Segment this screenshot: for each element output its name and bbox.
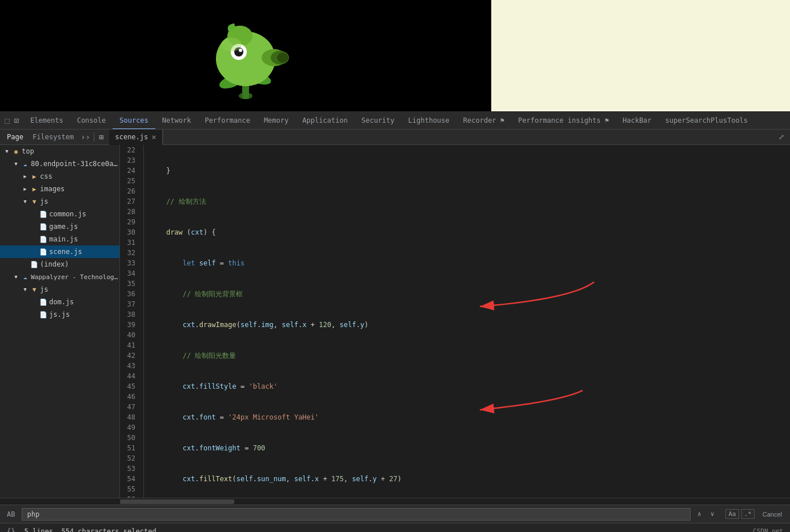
tab-network[interactable]: Network [155, 111, 198, 130]
main-content: ▼ ◉ top ▼ ☁ 80.endpoint-31c8ce0a9bfa421b… [0, 145, 790, 498]
file-icon-jsjs: 📄 [39, 311, 48, 319]
tree-arrow-wappalyzer: ▼ [11, 274, 21, 280]
tree-label-images: images [39, 185, 65, 193]
case-sensitive-icon[interactable]: AB [5, 510, 17, 518]
line-24: draw (cxt) { [150, 227, 790, 237]
tab-memory[interactable]: Memory [257, 111, 295, 130]
tree-arrow-images: ▶ [21, 186, 30, 192]
csdn-watermark: CSDN.net [753, 527, 783, 532]
file-icon-index: 📄 [30, 261, 39, 268]
tree-label-game-js: game.js [48, 223, 78, 231]
line-27: cxt.drawImage(self.img, self.x + 120, se… [150, 320, 790, 330]
tab-elements[interactable]: Elements [23, 111, 70, 130]
tree-item-dom-js[interactable]: 📄 dom.js [0, 296, 119, 308]
more-tabs-icon[interactable]: ›› [78, 132, 93, 142]
close-file-tab[interactable]: × [151, 133, 156, 141]
h-scrollbar-thumb[interactable] [120, 499, 234, 504]
line-numbers: 2223242526 2728293031 3233343536 3738394… [120, 145, 144, 498]
cloud-icon-wappalyzer: ☁ [21, 273, 30, 281]
tab-recorder[interactable]: Recorder ⚑ [456, 111, 511, 130]
regex-btn[interactable]: .* [741, 509, 755, 519]
secondary-toolbar: Page Filesystem ›› ⊞ scene.js × ⤢ [0, 130, 790, 145]
inspect-icon[interactable]: ⬚ [2, 114, 11, 127]
line-29: cxt.fillStyle = 'black' [150, 381, 790, 392]
tree-item-jsjs[interactable]: 📄 js.js [0, 308, 119, 321]
file-tab-name: scene.js [115, 130, 148, 145]
bottom-status-bar: {} 5 lines, 554 characters selected CSDN… [0, 523, 790, 532]
line-25: let self = this [150, 258, 790, 268]
folder-icon-js: ▼ [30, 198, 39, 205]
tree-item-common-js[interactable]: 📄 common.js [0, 208, 119, 220]
svg-point-11 [239, 49, 242, 52]
status-selection-info: 5 lines, 554 characters selected [24, 527, 156, 533]
file-icon-dom: 📄 [39, 299, 48, 306]
tree-label-css: css [39, 172, 53, 180]
tree-label-endpoint: 80.endpoint-31c8ce0a9bfa421bb [30, 160, 119, 168]
code-content[interactable]: 2223242526 2728293031 3233343536 3738394… [120, 145, 790, 498]
folder-icon-images: ▶ [30, 186, 39, 193]
tab-performance[interactable]: Performance [198, 111, 256, 130]
devtools-icons: ⬚ ⊡ [0, 114, 23, 127]
devtools-tabs-bar: ⬚ ⊡ Elements Console Sources Network Per… [0, 111, 790, 130]
tree-label-dom-js: dom.js [48, 298, 74, 306]
tab-security[interactable]: Security [355, 111, 402, 130]
tree-arrow-js: ▼ [21, 199, 30, 204]
tree-label-common-js: common.js [48, 210, 86, 218]
tree-label-top: top [21, 147, 34, 155]
tree-item-wappalyzer[interactable]: ▼ ☁ Wappalyzer - Technology profile [0, 271, 119, 283]
search-up-arrow[interactable]: ∧ [695, 510, 704, 518]
tab-performance-insights[interactable]: Performance insights ⚑ [511, 111, 616, 130]
file-icon-common: 📄 [39, 211, 48, 218]
expand-panel-icon[interactable]: ⤢ [775, 133, 788, 141]
code-editor[interactable]: 2223242526 2728293031 3233343536 3738394… [120, 145, 790, 498]
line-31: cxt.fontWeight = 700 [150, 443, 790, 453]
tree-item-index[interactable]: 📄 (index) [0, 258, 119, 271]
tab-hackbar[interactable]: HackBar [616, 111, 659, 130]
tree-item-images[interactable]: ▶ ▶ images [0, 183, 119, 195]
tree-item-endpoint[interactable]: ▼ ☁ 80.endpoint-31c8ce0a9bfa421bb [0, 158, 119, 170]
preview-area [0, 0, 790, 111]
tab-filesystem[interactable]: Filesystem [28, 130, 78, 145]
tree-item-game-js[interactable]: 📄 game.js [0, 220, 119, 233]
tree-item-main-js[interactable]: 📄 main.js [0, 233, 119, 245]
tab-console[interactable]: Console [70, 111, 113, 130]
line-30: cxt.font = '24px Microsoft YaHei' [150, 412, 790, 422]
tab-page[interactable]: Page [2, 130, 28, 145]
line-23: // 绘制方法 [150, 196, 790, 207]
tree-arrow-css: ▶ [21, 174, 30, 179]
right-panel-preview [491, 0, 790, 111]
tree-label-jsjs: js.js [48, 311, 70, 319]
add-folder-icon[interactable]: ⊞ [95, 132, 107, 142]
search-bottom-input[interactable] [22, 508, 691, 521]
tree-item-wap-js[interactable]: ▼ ▼ js [0, 283, 119, 296]
tree-item-scene-js[interactable]: 📄 scene.js [0, 245, 119, 258]
line-22: } [150, 166, 790, 176]
code-lines[interactable]: } // 绘制方法 draw (cxt) { let self = this /… [144, 145, 790, 498]
search-options: Aa .* [725, 509, 755, 519]
folder-icon-css: ▶ [30, 173, 39, 180]
tab-sources[interactable]: Sources [113, 111, 155, 130]
tab-lighthouse[interactable]: Lighthouse [402, 111, 456, 130]
line-32: cxt.fillText(self.sun_num, self.x + 175,… [150, 474, 790, 484]
tree-item-js-folder[interactable]: ▼ ▼ js [0, 195, 119, 208]
tree-label-wap-js: js [39, 285, 48, 293]
folder-icon-wap-js: ▼ [30, 286, 39, 293]
search-down-arrow[interactable]: ∨ [708, 510, 717, 518]
device-icon[interactable]: ⊡ [11, 114, 21, 127]
cloud-icon-endpoint: ☁ [21, 160, 30, 168]
tree-arrow-endpoint: ▼ [11, 161, 21, 167]
tree-arrow-top: ▼ [2, 148, 11, 154]
tab-supersearch[interactable]: superSearchPlusTools [659, 111, 755, 130]
tree-item-top[interactable]: ▼ ◉ top [0, 145, 119, 158]
tree-label-wappalyzer: Wappalyzer - Technology profile [30, 273, 119, 281]
js-icon: {} [7, 527, 15, 533]
cancel-search-btn[interactable]: Cancel [759, 510, 785, 519]
case-match-btn[interactable]: Aa [725, 509, 739, 519]
bottom-toolbar: AB ∧ ∨ Aa .* Cancel [0, 505, 790, 523]
tree-item-css[interactable]: ▶ ▶ css [0, 170, 119, 183]
svg-point-12 [221, 38, 242, 51]
tree-label-index: (index) [39, 260, 69, 268]
horizontal-scrollbar[interactable] [0, 498, 790, 505]
tab-application[interactable]: Application [295, 111, 354, 130]
folder-icon-top: ◉ [11, 148, 21, 155]
